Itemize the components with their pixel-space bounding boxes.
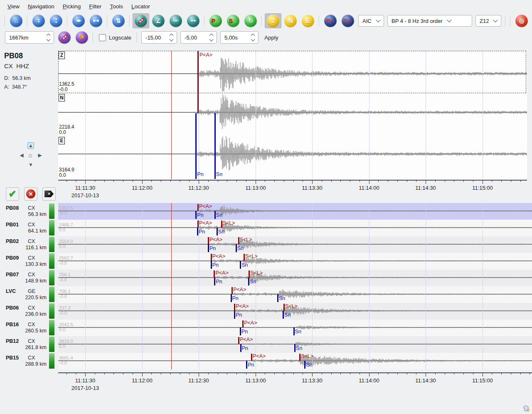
rename-phase-icon-button[interactable]: ABC (167, 13, 184, 28)
spin-arrows[interactable] (246, 34, 254, 41)
pick-algorithm-select[interactable]: AIC (358, 15, 384, 27)
time-gridline (369, 336, 369, 353)
station-row-pb16[interactable]: PB16CX260.5 km2042.50.0P<A>PnSn (0, 320, 532, 336)
pick-ruler-icon-button[interactable] (133, 13, 149, 28)
time-zoom-in-icon-button[interactable]: ◀▶ (70, 13, 87, 28)
row-trace-area[interactable]: 1362.5-0.0P<A>PnSn (58, 203, 532, 220)
row-trace-area[interactable]: 2554.00.0P<A>S<L>PnSn (58, 236, 532, 253)
locate-icon-button[interactable]: ◎ (513, 13, 530, 28)
station-status-bar (49, 287, 54, 302)
pad-down-button[interactable]: ▼ (27, 161, 34, 168)
toolbar-separator (261, 15, 262, 26)
component-trace-panel[interactable]: Z1362.5-0.0N2218.40.0E3164.90.0P<A>PnSn (58, 51, 527, 180)
pad-right-button[interactable]: ▶ (37, 152, 43, 159)
spin-down-icon (47, 37, 51, 42)
relocate-picker-icon-button[interactable]: ↻ (242, 13, 259, 28)
menu-view[interactable]: View (3, 2, 24, 11)
amp-min-spinbox[interactable]: -15,00 (141, 31, 177, 44)
row-trace-area[interactable]: 756.1-0.0P<A>S<L>PnSn (58, 270, 532, 286)
amplitude-zoom-out-icon-button[interactable]: ▼ ▲ (48, 13, 64, 28)
distance-range-spinbox[interactable]: 1667km (5, 31, 54, 44)
component-z-icon-button[interactable]: Z (265, 13, 281, 28)
menu-tools[interactable]: Tools (106, 2, 127, 11)
row-pick-line (244, 254, 245, 261)
time-tick-label: 11:14:00 (359, 185, 379, 191)
minor-tick (378, 180, 379, 182)
measure-amplitude-icon-button[interactable] (56, 30, 73, 45)
amplitude-scale-label: 3164.90.0 (59, 167, 74, 178)
pad-home-button[interactable]: ⌂ (27, 151, 34, 158)
filter-select[interactable]: BP 4 - 8 Hz 3rd order (387, 15, 472, 27)
row-station-code: PB09 (6, 255, 19, 261)
station-row-lvc[interactable]: LVCGE220.5 km706.1-0.0P<A>PnSn (0, 286, 532, 303)
row-trace-area[interactable]: 706.1-0.0P<A>PnSn (58, 286, 532, 303)
station-distance: D: 56.3 km (4, 75, 31, 81)
menu-locator[interactable]: Locator (127, 2, 154, 11)
row-theoretical-label: Pn (199, 229, 205, 235)
home-icon-button[interactable]: ⌂ (8, 13, 25, 28)
theoretical-p-icon-button[interactable]: P∿ (322, 13, 339, 28)
time-gridline (483, 286, 483, 303)
component-e-icon-button[interactable]: E (300, 13, 316, 28)
station-row-pb15[interactable]: PB15CX288.9 km3681.4-0.0P<A>S<L>PnSn (0, 353, 532, 369)
time-gridline (85, 286, 86, 303)
spin-arrows[interactable] (204, 34, 213, 41)
station-row-pb12[interactable]: PB12CX261.8 km3819.00.0P<A>PnSn (0, 336, 532, 353)
menu-picking[interactable]: Picking (59, 2, 85, 11)
station-row-pb01[interactable]: PB01CX64.1 km2466.70.0P<A>S<L>PnSn (0, 220, 532, 236)
time-window-spinbox[interactable]: 5,00s (220, 31, 259, 44)
row-trace-area[interactable]: 237.2-0.0P<A>S<L>PnSn (58, 303, 532, 320)
row-amp-offset: -0.0 (59, 211, 73, 216)
component-trace-z[interactable]: Z1362.5-0.0 (58, 51, 527, 93)
pick-p-icon-button[interactable]: P→ (207, 13, 224, 28)
row-amp-offset: -0.0 (59, 360, 73, 365)
station-row-pb09[interactable]: PB09CX130.3 km2562.7-0.0P<A>S<L>PnSn (0, 253, 532, 270)
flag-pick-icon-button[interactable]: ⚑ (74, 30, 90, 45)
logscale-checkbox[interactable] (99, 34, 106, 41)
origin-time-line (171, 286, 172, 303)
amp-max-spinbox[interactable]: -5,00 (180, 31, 217, 44)
angle-tool-icon-button[interactable]: ∠ (150, 13, 167, 28)
row-pick-label: P<A> (215, 270, 228, 276)
row-trace-area[interactable]: 3819.00.0P<A>PnSn (58, 336, 532, 353)
menu-mnemonic: T (110, 3, 113, 10)
time-zoom-out-icon-button[interactable]: ▶◀ (88, 13, 104, 28)
major-tick (142, 373, 143, 377)
row-trace-area[interactable]: 3681.4-0.0P<A>S<L>PnSn (58, 353, 532, 369)
time-gridline (369, 253, 369, 270)
component-trace-n[interactable]: N2218.40.0 (58, 93, 527, 136)
skip-station-button[interactable]: ✕ (42, 187, 56, 201)
amplitude-zoom-in-icon-button[interactable]: ▲ ▼ (30, 13, 47, 28)
spin-arrows[interactable] (41, 34, 50, 41)
row-theoretical-label: Sn (216, 212, 222, 218)
spin-arrows[interactable] (164, 34, 173, 41)
station-rows-panel[interactable]: PB08CX56.3 km1362.5-0.0P<A>PnSnPB01CX64.… (0, 203, 532, 369)
station-row-pb02[interactable]: PB02CX116.1 km2554.00.0P<A>S<L>PnSn (0, 236, 532, 253)
time-zoom-in-icon-glyph: ◀▶ (76, 20, 81, 22)
station-row-pb08[interactable]: PB08CX56.3 km1362.5-0.0P<A>PnSn (0, 203, 532, 220)
align-tool-icon-button[interactable]: ◂H▸ (185, 13, 202, 28)
pad-up-button[interactable]: ▲ (27, 142, 34, 149)
row-theoretical-label: Sn (296, 345, 302, 351)
theoretical-s-icon: S∿ (342, 15, 354, 27)
menu-navigation[interactable]: Navigation (24, 2, 59, 11)
pick-s-icon-button[interactable]: S→ (225, 13, 241, 28)
reset-amplitude-icon-button[interactable]: ⇅ (110, 13, 127, 28)
reject-station-button[interactable]: ✕ (24, 187, 37, 201)
rotation-select[interactable]: Z12 (475, 15, 501, 27)
station-row-pb06[interactable]: PB06CX236.0 km237.2-0.0P<A>S<L>PnSn (0, 303, 532, 320)
bottom-time-axis: 11:11:302017-10-1311:12:0011:12:3011:13:… (0, 372, 532, 393)
component-n-icon-button[interactable]: N (282, 13, 299, 28)
row-trace-area[interactable]: 2466.70.0P<A>S<L>PnSn (58, 220, 532, 236)
theoretical-s-icon-button[interactable]: S∿ (340, 13, 356, 28)
apply-button[interactable]: Apply (264, 35, 278, 41)
pad-left-button[interactable]: ◀ (18, 152, 25, 159)
component-trace-e[interactable]: E3164.90.0 (58, 136, 527, 179)
logscale-toggle[interactable]: Logscale (99, 34, 131, 41)
row-amp-offset: 0.0 (59, 344, 73, 349)
confirm-station-button[interactable]: ✔ (6, 187, 19, 201)
station-row-pb07[interactable]: PB07CX148.9 km756.1-0.0P<A>S<L>PnSn (0, 270, 532, 286)
menu-filter[interactable]: Filter (85, 2, 106, 11)
row-trace-area[interactable]: 2042.50.0P<A>PnSn (58, 320, 532, 336)
row-trace-area[interactable]: 2562.7-0.0P<A>S<L>PnSn (58, 253, 532, 270)
